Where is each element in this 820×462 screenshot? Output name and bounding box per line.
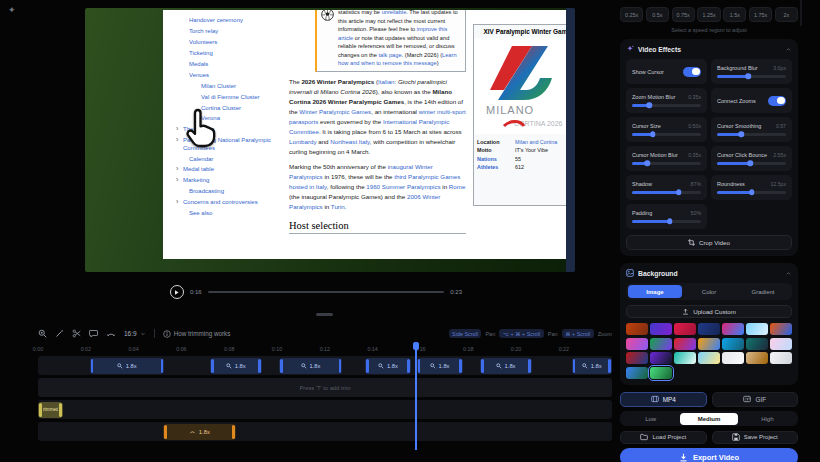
effect-slider[interactable] bbox=[717, 191, 786, 194]
save-project-button[interactable]: Save Project bbox=[712, 431, 799, 444]
effect-slider[interactable] bbox=[632, 162, 701, 165]
segment-handle-left[interactable] bbox=[280, 359, 283, 373]
zoom-track[interactable]: 1.8x1.8x1.8x1.8x1.8x1.8x1.8x bbox=[38, 356, 612, 375]
zoom-segment[interactable]: 1.8x bbox=[90, 358, 165, 374]
video-effects-header[interactable]: Video Effects bbox=[626, 45, 792, 53]
segment-handle-right[interactable] bbox=[459, 359, 462, 373]
zoom-segment[interactable]: 1.8x bbox=[365, 358, 411, 374]
seek-bar[interactable] bbox=[208, 291, 445, 293]
preview-scrollbar[interactable] bbox=[316, 313, 333, 316]
slider-knob[interactable] bbox=[647, 103, 653, 109]
segment-handle-left[interactable] bbox=[211, 359, 214, 373]
segment-handle-right[interactable] bbox=[258, 359, 261, 373]
export-video-button[interactable]: Export Video bbox=[620, 448, 798, 462]
segment-handle-left[interactable] bbox=[91, 359, 94, 373]
format-gif-button[interactable]: GIF bbox=[712, 392, 799, 407]
slider-knob[interactable] bbox=[749, 190, 755, 196]
wallpaper-thumbnail[interactable] bbox=[698, 323, 720, 335]
toggle-switch[interactable] bbox=[768, 96, 786, 106]
load-project-button[interactable]: Load Project bbox=[620, 431, 707, 444]
quality-option-medium[interactable]: Medium bbox=[680, 413, 738, 425]
speed-option-button[interactable]: 0.25x bbox=[620, 7, 643, 22]
segment-handle-right[interactable] bbox=[528, 359, 531, 373]
effect-slider[interactable] bbox=[717, 75, 786, 78]
slider-knob[interactable] bbox=[644, 161, 650, 167]
wallpaper-thumbnail[interactable] bbox=[650, 338, 672, 350]
video-preview[interactable]: Handover ceremonyTorch relayVolunteersTi… bbox=[85, 8, 575, 272]
wallpaper-thumbnail[interactable] bbox=[674, 338, 696, 350]
speed-track[interactable]: 1.8x bbox=[38, 422, 612, 441]
zoom-segment[interactable]: 1.8x bbox=[480, 358, 532, 374]
wallpaper-thumbnail[interactable] bbox=[626, 338, 648, 350]
background-tab-image[interactable]: Image bbox=[628, 285, 682, 298]
background-header[interactable]: Background bbox=[626, 269, 792, 277]
timeline-ruler[interactable]: 0:000:020:040:060:080:100:120:140:160:18… bbox=[38, 346, 612, 354]
speed-segment[interactable]: 1.8x bbox=[163, 424, 236, 440]
wallpaper-thumbnail[interactable] bbox=[722, 323, 744, 335]
slider-knob[interactable] bbox=[676, 190, 682, 196]
wallpaper-thumbnail[interactable] bbox=[722, 338, 744, 350]
zoom-segment[interactable]: 1.8x bbox=[279, 358, 342, 374]
wallpaper-thumbnail[interactable] bbox=[650, 323, 672, 335]
scissors-icon[interactable] bbox=[72, 329, 81, 338]
upload-custom-button[interactable]: Upload Custom bbox=[626, 305, 792, 318]
speed-option-button[interactable]: 1.75x bbox=[749, 7, 772, 22]
trimming-help-link[interactable]: How trimming works bbox=[163, 330, 231, 338]
wallpaper-thumbnail[interactable] bbox=[698, 352, 720, 364]
wallpaper-thumbnail[interactable] bbox=[698, 338, 720, 350]
trim-track[interactable]: Press 'T' to add trim bbox=[38, 378, 612, 397]
slider-knob[interactable] bbox=[738, 132, 744, 138]
effect-slider[interactable] bbox=[717, 133, 786, 136]
segment-handle-left[interactable] bbox=[366, 359, 369, 373]
wallpaper-thumbnail[interactable] bbox=[770, 323, 792, 335]
speed-option-button[interactable]: 1.25x bbox=[697, 7, 720, 22]
quality-option-high[interactable]: High bbox=[738, 413, 796, 425]
speed-option-button[interactable]: 0.75x bbox=[672, 7, 695, 22]
segment-handle-right[interactable] bbox=[59, 403, 62, 417]
segment-handle-right[interactable] bbox=[407, 359, 410, 373]
effect-slider[interactable] bbox=[717, 162, 786, 165]
segment-handle-left[interactable] bbox=[39, 403, 42, 417]
effect-slider[interactable] bbox=[632, 220, 701, 223]
wand-icon[interactable] bbox=[55, 329, 64, 338]
quality-option-low[interactable]: Low bbox=[622, 413, 680, 425]
playhead[interactable] bbox=[415, 343, 417, 450]
chevron-up-icon[interactable] bbox=[785, 271, 792, 276]
effect-slider[interactable] bbox=[632, 191, 701, 194]
wallpaper-thumbnail[interactable] bbox=[746, 338, 768, 350]
effect-slider[interactable] bbox=[632, 104, 701, 107]
wallpaper-thumbnail[interactable] bbox=[746, 323, 768, 335]
window-scrollbar[interactable] bbox=[800, 0, 802, 26]
speed-option-button[interactable]: 0.5x bbox=[646, 7, 669, 22]
clip-track[interactable]: trimmed bbox=[38, 400, 612, 419]
wallpaper-thumbnail[interactable] bbox=[674, 323, 696, 335]
effect-slider[interactable] bbox=[632, 133, 701, 136]
speed-option-button[interactable]: 1.5x bbox=[723, 7, 746, 22]
segment-handle-right[interactable] bbox=[339, 359, 342, 373]
segment-handle-left[interactable] bbox=[573, 359, 576, 373]
clip-segment[interactable]: trimmed bbox=[38, 402, 63, 418]
segment-handle-right[interactable] bbox=[608, 359, 611, 373]
comment-icon[interactable] bbox=[89, 329, 98, 338]
wallpaper-thumbnail[interactable] bbox=[626, 352, 648, 364]
chevron-up-icon[interactable] bbox=[785, 47, 792, 52]
zoom-segment[interactable]: 1.8x bbox=[572, 358, 612, 374]
slider-knob[interactable] bbox=[747, 161, 753, 167]
segment-handle-left[interactable] bbox=[418, 359, 421, 373]
zoom-in-icon[interactable] bbox=[38, 329, 47, 338]
wallpaper-thumbnail[interactable] bbox=[626, 323, 648, 335]
segment-handle-right[interactable] bbox=[232, 425, 235, 439]
wallpaper-thumbnail[interactable] bbox=[770, 352, 792, 364]
wallpaper-thumbnail[interactable] bbox=[650, 352, 672, 364]
wallpaper-thumbnail[interactable] bbox=[746, 352, 768, 364]
aspect-ratio-dropdown[interactable]: 16:9 bbox=[124, 330, 146, 337]
wallpaper-thumbnail[interactable] bbox=[626, 367, 648, 379]
format-mp4-button[interactable]: MP4 bbox=[620, 392, 707, 407]
slider-knob[interactable] bbox=[667, 219, 673, 225]
slider-knob[interactable] bbox=[650, 132, 656, 138]
segment-handle-left[interactable] bbox=[481, 359, 484, 373]
zoom-segment[interactable]: 1.8x bbox=[417, 358, 463, 374]
zoom-segment[interactable]: 1.8x bbox=[210, 358, 262, 374]
toggle-switch[interactable] bbox=[683, 67, 701, 77]
wallpaper-thumbnail[interactable] bbox=[770, 338, 792, 350]
